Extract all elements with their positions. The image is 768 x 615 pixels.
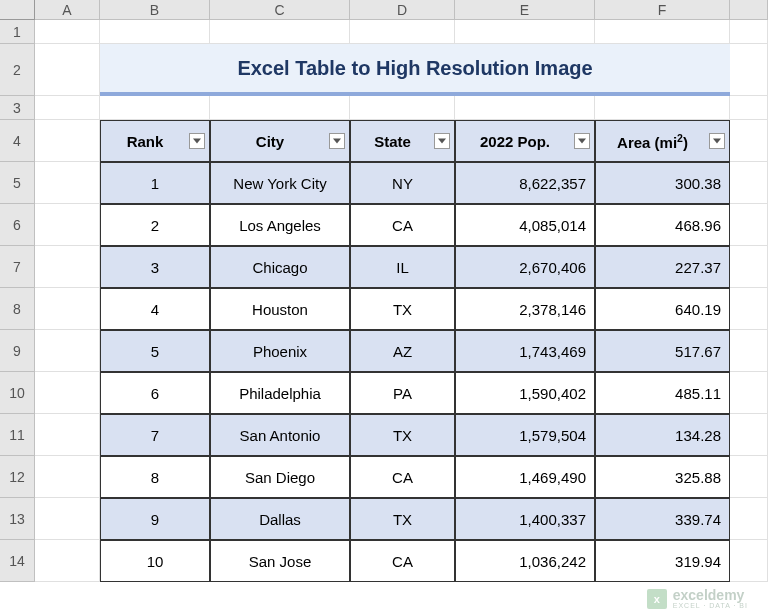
cell-city[interactable]: Chicago (210, 246, 350, 288)
cell-rank[interactable]: 2 (100, 204, 210, 246)
cell-area[interactable]: 468.96 (595, 204, 730, 246)
row-header-5[interactable]: 5 (0, 162, 35, 204)
table-header-pop[interactable]: 2022 Pop. (455, 120, 595, 162)
cell-rank[interactable]: 4 (100, 288, 210, 330)
cell-pop[interactable]: 1,743,469 (455, 330, 595, 372)
cell-rank[interactable]: 6 (100, 372, 210, 414)
cell-state[interactable]: PA (350, 372, 455, 414)
cell-rank[interactable]: 8 (100, 456, 210, 498)
cell-rank[interactable]: 1 (100, 162, 210, 204)
cell-city[interactable]: Houston (210, 288, 350, 330)
cell-area[interactable]: 134.28 (595, 414, 730, 456)
row-header-3[interactable]: 3 (0, 96, 35, 120)
cell-area[interactable]: 227.37 (595, 246, 730, 288)
row-header-2[interactable]: 2 (0, 44, 35, 96)
cell-state[interactable]: AZ (350, 330, 455, 372)
filter-area[interactable] (709, 133, 725, 149)
cell-city[interactable]: Dallas (210, 498, 350, 540)
cell-area[interactable]: 485.11 (595, 372, 730, 414)
cell-pop[interactable]: 1,579,504 (455, 414, 595, 456)
row-header-9[interactable]: 9 (0, 330, 35, 372)
cell-pop[interactable]: 4,085,014 (455, 204, 595, 246)
row-header-4[interactable]: 4 (0, 120, 35, 162)
col-header-A[interactable]: A (35, 0, 100, 20)
filter-state[interactable] (434, 133, 450, 149)
cell-pop[interactable]: 2,670,406 (455, 246, 595, 288)
watermark: x exceldemy EXCEL · DATA · BI (647, 588, 748, 609)
cell-state[interactable]: TX (350, 498, 455, 540)
cell-city[interactable]: Los Angeles (210, 204, 350, 246)
cell-area[interactable]: 300.38 (595, 162, 730, 204)
row-header-1[interactable]: 1 (0, 20, 35, 44)
cell-rank[interactable]: 10 (100, 540, 210, 582)
cell-pop[interactable]: 2,378,146 (455, 288, 595, 330)
spreadsheet-grid: ABCDEF12Excel Table to High Resolution I… (0, 0, 768, 582)
cell-area[interactable]: 339.74 (595, 498, 730, 540)
cell-city[interactable]: San Jose (210, 540, 350, 582)
cell-state[interactable]: TX (350, 414, 455, 456)
cell-area[interactable]: 319.94 (595, 540, 730, 582)
cell-state[interactable]: CA (350, 204, 455, 246)
row-header-12[interactable]: 12 (0, 456, 35, 498)
filter-pop[interactable] (574, 133, 590, 149)
col-header-C[interactable]: C (210, 0, 350, 20)
row-header-13[interactable]: 13 (0, 498, 35, 540)
col-header-D[interactable]: D (350, 0, 455, 20)
cell-pop[interactable]: 1,469,490 (455, 456, 595, 498)
row-header-11[interactable]: 11 (0, 414, 35, 456)
cell-rank[interactable]: 3 (100, 246, 210, 288)
col-header-E[interactable]: E (455, 0, 595, 20)
cell-state[interactable]: NY (350, 162, 455, 204)
row-header-6[interactable]: 6 (0, 204, 35, 246)
page-title: Excel Table to High Resolution Image (100, 44, 730, 96)
cell-area[interactable]: 640.19 (595, 288, 730, 330)
table-header-state[interactable]: State (350, 120, 455, 162)
cell-city[interactable]: New York City (210, 162, 350, 204)
cell-pop[interactable]: 1,400,337 (455, 498, 595, 540)
filter-city[interactable] (329, 133, 345, 149)
cell-rank[interactable]: 7 (100, 414, 210, 456)
cell-state[interactable]: CA (350, 540, 455, 582)
cell-pop[interactable]: 1,036,242 (455, 540, 595, 582)
cell-city[interactable]: San Diego (210, 456, 350, 498)
cell-state[interactable]: TX (350, 288, 455, 330)
row-header-8[interactable]: 8 (0, 288, 35, 330)
cell-rank[interactable]: 5 (100, 330, 210, 372)
cell-pop[interactable]: 1,590,402 (455, 372, 595, 414)
filter-rank[interactable] (189, 133, 205, 149)
col-header-F[interactable]: F (595, 0, 730, 20)
table-header-area[interactable]: Area (mi2) (595, 120, 730, 162)
cell-area[interactable]: 517.67 (595, 330, 730, 372)
watermark-tagline: EXCEL · DATA · BI (673, 602, 748, 609)
cell-state[interactable]: CA (350, 456, 455, 498)
col-header-B[interactable]: B (100, 0, 210, 20)
row-header-7[interactable]: 7 (0, 246, 35, 288)
cell-rank[interactable]: 9 (100, 498, 210, 540)
row-header-10[interactable]: 10 (0, 372, 35, 414)
cell-city[interactable]: Philadelphia (210, 372, 350, 414)
table-header-city[interactable]: City (210, 120, 350, 162)
watermark-name: exceldemy (673, 588, 748, 602)
cell-state[interactable]: IL (350, 246, 455, 288)
row-header-14[interactable]: 14 (0, 540, 35, 582)
cell-city[interactable]: Phoenix (210, 330, 350, 372)
watermark-icon: x (647, 589, 667, 609)
table-header-rank[interactable]: Rank (100, 120, 210, 162)
cell-city[interactable]: San Antonio (210, 414, 350, 456)
cell-area[interactable]: 325.88 (595, 456, 730, 498)
cell-pop[interactable]: 8,622,357 (455, 162, 595, 204)
